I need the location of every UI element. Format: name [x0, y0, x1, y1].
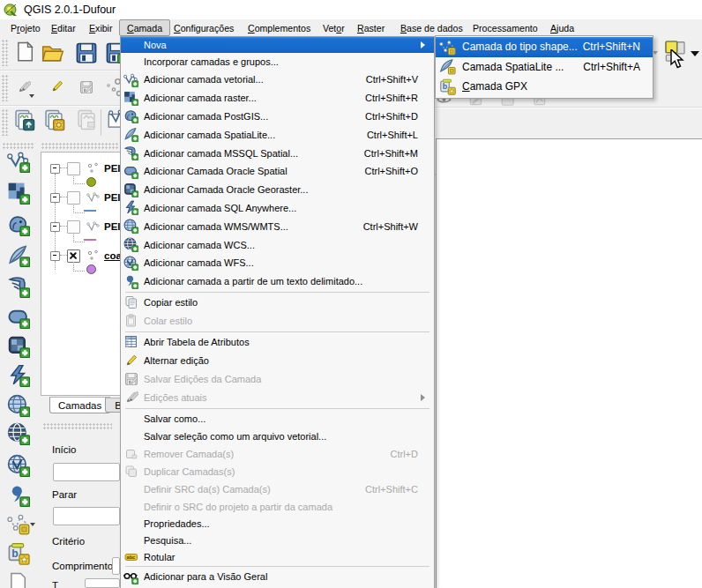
new-project-button[interactable] [13, 41, 38, 65]
toolbar-handle[interactable] [2, 40, 8, 66]
new-gpx-button[interactable]: b [6, 542, 30, 566]
menu-item-colar-estilo[interactable]: Colar estilo [121, 312, 434, 331]
add-sqlanywhere-layer-button[interactable] [6, 364, 30, 388]
menubar-item-configura-es[interactable]: Configurações [166, 19, 242, 36]
menu-item-remover-camada-s[interactable]: Remover Camada(s)Ctrl+D [121, 445, 434, 463]
new-shapefile-dropdown-arrow[interactable] [30, 523, 35, 526]
composer-manager-button[interactable] [41, 108, 66, 133]
add-vector-layer-button[interactable] [6, 150, 30, 174]
menu-item-edi-es-atuais[interactable]: Edições atuais [121, 388, 434, 406]
layer-visibility-checkbox[interactable] [67, 249, 80, 263]
length-input[interactable] [112, 557, 120, 575]
add-georaster-layer-button[interactable] [6, 335, 30, 359]
add-postgis-layer-button[interactable] [6, 213, 30, 237]
add-mssql-layer-button[interactable] [6, 275, 30, 299]
add-raster-layer-icon [7, 182, 30, 206]
menu-item-salvar-sele-o-como-um-arquivo-vetorial[interactable]: Salvar seleção como um arquivo vetorial.… [121, 428, 434, 445]
menu-item-salvar-edi-es-da-camada[interactable]: Salvar Edições da Camada [121, 370, 434, 389]
menu-item-adicionar-camada-mssql-spatial[interactable]: Adicionar camada MSSQL Spatial...Ctrl+Sh… [121, 144, 434, 162]
menu-item-adicionar-camada-oracle-georaster[interactable]: Adicionar Camada Oracle Georaster... [121, 181, 434, 199]
new-composer-button[interactable] [11, 108, 36, 133]
add-raster-layer-button[interactable] [6, 182, 30, 205]
submenu-arrow-icon [421, 394, 425, 401]
menu-item-adicionar-camada-wcs[interactable]: Adicionar camada WCS... [121, 235, 434, 254]
open-project-button[interactable] [40, 41, 66, 67]
tree-expander-icon[interactable] [50, 193, 60, 203]
add-wcs-layer-button[interactable] [6, 422, 30, 446]
tab-camadas[interactable]: Camadas [49, 397, 110, 413]
submenu-item-camada-gpx[interactable]: bCamada GPX [436, 77, 653, 97]
add-vector-layer-icon [7, 150, 30, 175]
menu-item-propriedades[interactable]: Propriedades... [121, 516, 434, 532]
menubar-item-projeto[interactable]: Projeto [3, 19, 49, 36]
layer-visibility-checkbox[interactable] [67, 162, 80, 175]
add-wfs-layer-icon [7, 454, 30, 479]
menu-item-adicionar-para-a-vis-o-geral[interactable]: Adicionar para a Visão Geral [121, 568, 434, 586]
add-spatialite-layer-button[interactable] [6, 244, 30, 268]
toolbar-handle[interactable] [2, 75, 8, 101]
layer-row[interactable]: PEI [50, 220, 120, 233]
new-shapefile-button[interactable] [6, 512, 30, 536]
new-layer-dropdown-arrow[interactable] [691, 51, 699, 56]
menu-item-duplicar-camadas-s[interactable]: Duplicar Camadas(s) [121, 463, 434, 481]
menu-item-definir-o-src-do-projeto-a-partir-da-camada[interactable]: Definir o SRC do projeto a partir da cam… [121, 498, 434, 516]
layer-row[interactable]: PEI_ [50, 191, 120, 204]
menu-item-adicionar-camada-sql-anywhere[interactable]: Adicionar camada SQL Anywhere... [121, 199, 434, 218]
add-wms-layer-button[interactable] [6, 394, 30, 418]
menubar-item-camada[interactable]: Camada [119, 19, 170, 36]
add-wfs-layer-button[interactable] [6, 454, 30, 478]
save-layer-edits-button[interactable] [74, 76, 99, 100]
menu-item-adicionar-camada-raster[interactable]: Adicionar camada raster...Ctrl+Shift+R [121, 89, 434, 108]
new-page-button[interactable] [6, 571, 30, 588]
menubar-item-raster[interactable]: Raster [349, 19, 392, 36]
menu-item-adicionar-camada-wms-wmts[interactable]: Adicionar camada WMS/WMTS...Ctrl+Shift+W [121, 217, 434, 235]
menu-item-pesquisa[interactable]: Pesquisa... [121, 532, 434, 549]
tree-expander-icon[interactable] [50, 222, 60, 232]
menu-item-adicionar-camada-spatialite[interactable]: Adicionar camada SpatiaLite...Ctrl+Shift… [121, 125, 434, 144]
manage-layers-toolbar-handle[interactable] [3, 143, 34, 149]
menubar-item-exibir[interactable]: Exibir [81, 19, 121, 36]
menubar-item-base-de-dados[interactable]: Base de dados [392, 19, 471, 36]
add-oracle-layer-button[interactable] [6, 306, 30, 330]
menu-item-salvar-como[interactable]: Salvar como... [121, 410, 434, 428]
menu-item-copiar-estilo[interactable]: Copiar estilo [121, 294, 434, 312]
menu-item-incorporar-camadas-e-grupos[interactable]: Incorporar camadas e grupos... [121, 53, 434, 71]
road-graph-dock-handle[interactable] [43, 423, 112, 429]
menu-item-adicionar-camada-wfs[interactable]: Adicionar camada WFS... [121, 254, 434, 272]
layers-dock-handle[interactable] [41, 143, 118, 149]
menubar-item-complementos[interactable]: Complementos [240, 19, 318, 36]
menu-item-alternar-edi-o[interactable]: Alternar edição [121, 352, 434, 370]
layer-visibility-checkbox[interactable] [67, 220, 80, 234]
menu-item-abrir-tabela-de-atributos[interactable]: Abrir Tabela de Atributos [121, 333, 434, 352]
menu-item-nova[interactable]: Nova [121, 37, 434, 53]
map-canvas[interactable] [436, 138, 702, 588]
layer-visibility-checkbox[interactable] [67, 191, 80, 205]
stop-input[interactable] [53, 507, 120, 525]
time-input[interactable] [85, 578, 120, 588]
new-page-icon [7, 571, 30, 588]
start-input[interactable] [53, 463, 120, 481]
menubar-item-ajuda[interactable]: Ajuda [542, 19, 582, 36]
menu-item-definir-src-da-s-camada-s[interactable]: Definir SRC da(s) Camada(s)Ctrl+Shift+C [121, 480, 434, 498]
menubar-item-processamento[interactable]: Processamento [465, 19, 546, 36]
menu-item-adicionar-camada-a-partir-de-um-texto-delimitado[interactable]: Adicionar camada a partir de um texto de… [121, 272, 434, 291]
submenu-item-camada-spatialite[interactable]: Camada SpatiaLite ...Ctrl+Shift+A [436, 57, 653, 78]
menu-item-adicionar-camada-vetorial[interactable]: Adicionar camada vetorial...Ctrl+Shift+V [121, 71, 434, 89]
add-delimited-text-layer-button[interactable] [6, 484, 30, 508]
composer-gray-button[interactable] [74, 108, 99, 133]
menu-item-rotular[interactable]: abcRotular [121, 549, 434, 565]
layer-row[interactable]: coa [50, 249, 120, 262]
toolbar-dropdown-arrow[interactable] [29, 94, 34, 98]
save-project-button[interactable] [74, 41, 99, 66]
layer-row[interactable]: PEI_ [50, 162, 120, 175]
toolbar-handle[interactable] [2, 109, 8, 136]
menu-item-adicionar-camada-oracle-spatial[interactable]: Adicionar Camada Oracle SpatialCtrl+Shif… [121, 162, 434, 181]
submenu-item-camada-do-tipo-shape[interactable]: Camada do tipo shape...Ctrl+Shift+N [436, 37, 653, 57]
menu-item-adicionar-camada-postgis[interactable]: Adicionar camada PostGIS...Ctrl+Shift+D [121, 108, 434, 126]
toggle-editing-icon [123, 354, 138, 368]
menubar-item-editar[interactable]: Editar [43, 19, 84, 36]
menubar-item-vetor[interactable]: Vetor [315, 19, 353, 36]
tree-expander-icon[interactable] [50, 251, 60, 261]
tree-expander-icon[interactable] [50, 164, 60, 174]
toggle-editing-button[interactable] [45, 75, 70, 100]
